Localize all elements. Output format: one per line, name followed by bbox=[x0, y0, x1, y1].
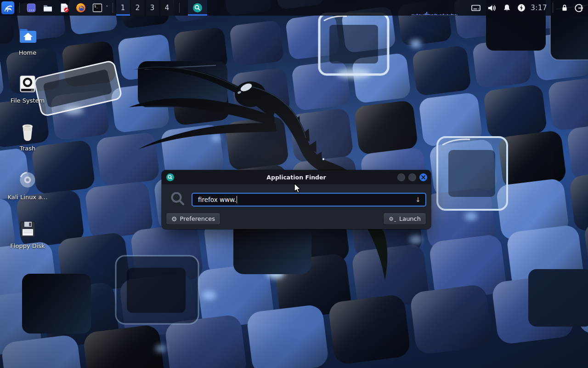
svg-text:$_: $_ bbox=[94, 5, 98, 8]
desktop-icon-label: File System bbox=[6, 97, 50, 104]
firefox-icon bbox=[75, 2, 86, 13]
cpu-graph-bars bbox=[411, 12, 463, 15]
launcher-text-editor[interactable] bbox=[58, 2, 70, 14]
mouse-cursor bbox=[293, 183, 303, 194]
hard-disk-icon bbox=[6, 74, 50, 95]
text-editor-icon bbox=[59, 2, 70, 13]
workspace-button-4[interactable]: 4 bbox=[160, 0, 174, 16]
launch-run-icon: ⚙ˍ bbox=[389, 216, 396, 222]
power-manager-icon[interactable] bbox=[517, 3, 526, 12]
top-panel: $_ ˆ︎ 1 2 3 4 bbox=[0, 0, 588, 16]
launcher-dropdown-chevron[interactable]: ˆ︎ bbox=[106, 5, 108, 11]
optical-disc-icon bbox=[6, 170, 50, 191]
minimize-button[interactable] bbox=[397, 173, 405, 181]
kali-menu-button[interactable] bbox=[1, 1, 14, 14]
preferences-label: Preferences bbox=[180, 215, 215, 222]
desktop-icon-trash[interactable]: Trash bbox=[6, 121, 50, 152]
show-desktop-icon bbox=[26, 2, 37, 13]
file-manager-icon bbox=[42, 2, 53, 13]
launch-button[interactable]: ⚙ˍ Launch bbox=[383, 213, 426, 225]
workspace-number: 2 bbox=[136, 4, 140, 12]
titlebar[interactable]: Application Finder bbox=[162, 170, 431, 184]
panel-separator bbox=[179, 3, 180, 13]
clock[interactable]: 3:17 bbox=[531, 4, 547, 12]
desktop-icon-floppy[interactable]: Floppy Disk bbox=[6, 219, 50, 249]
launcher-terminal[interactable]: $_ bbox=[91, 2, 103, 14]
desktop-icon-label: Trash bbox=[6, 145, 50, 152]
trash-icon bbox=[6, 121, 50, 143]
panel-separator bbox=[553, 3, 553, 13]
panel-separator bbox=[113, 3, 113, 13]
lock-screen-icon[interactable] bbox=[560, 3, 569, 12]
desktop-icon-label: Floppy Disk bbox=[6, 242, 50, 249]
keyboard-indicator-icon[interactable] bbox=[470, 2, 481, 13]
application-finder-window: Application Finder firefox www. ↓ ⚙ Pref… bbox=[162, 170, 431, 229]
desktop-icon-label: Kali Linux a... bbox=[6, 194, 50, 201]
desktop-icon-label: Home bbox=[6, 49, 50, 56]
text-caret bbox=[237, 196, 237, 203]
search-input-value: firefox www. bbox=[198, 196, 236, 203]
terminal-icon: $_ bbox=[92, 2, 103, 13]
workspace-number: 4 bbox=[165, 4, 170, 12]
search-input[interactable]: firefox www. ↓ bbox=[192, 193, 426, 207]
desktop-icon-file-system[interactable]: File System bbox=[6, 74, 50, 104]
panel-separator bbox=[19, 3, 20, 13]
floppy-disk-icon bbox=[6, 219, 50, 240]
launcher-show-desktop[interactable] bbox=[25, 2, 37, 14]
search-icon bbox=[170, 190, 186, 207]
dropdown-arrow-icon[interactable]: ↓ bbox=[415, 196, 421, 203]
gear-icon: ⚙ bbox=[171, 216, 177, 222]
screen: Home File System Trash bbox=[0, 0, 588, 368]
launch-label: Launch bbox=[399, 215, 421, 222]
desktop-icon-kali-cd[interactable]: Kali Linux a... bbox=[6, 170, 50, 201]
taskbar-application-finder[interactable] bbox=[188, 0, 207, 16]
workspace-button-1[interactable]: 1 bbox=[116, 0, 130, 16]
workspace-button-2[interactable]: 2 bbox=[131, 0, 145, 16]
workspace-button-3[interactable]: 3 bbox=[146, 0, 159, 16]
notifications-bell-icon[interactable] bbox=[502, 3, 512, 13]
home-folder-icon bbox=[6, 26, 50, 47]
close-button[interactable] bbox=[419, 173, 427, 181]
launcher-firefox[interactable] bbox=[75, 2, 87, 14]
preferences-button[interactable]: ⚙ Preferences bbox=[166, 213, 220, 225]
maximize-button[interactable] bbox=[408, 173, 416, 181]
logout-icon[interactable] bbox=[574, 3, 584, 13]
workspace-number: 1 bbox=[121, 4, 125, 12]
cpu-graph[interactable] bbox=[411, 0, 463, 16]
application-finder-task-icon bbox=[192, 3, 203, 13]
desktop-icon-home[interactable]: Home bbox=[6, 26, 50, 56]
volume-icon[interactable] bbox=[486, 3, 497, 13]
launcher-file-manager[interactable] bbox=[42, 2, 54, 14]
kali-logo-icon bbox=[3, 3, 13, 13]
workspace-number: 3 bbox=[150, 4, 155, 12]
window-title: Application Finder bbox=[162, 170, 431, 184]
